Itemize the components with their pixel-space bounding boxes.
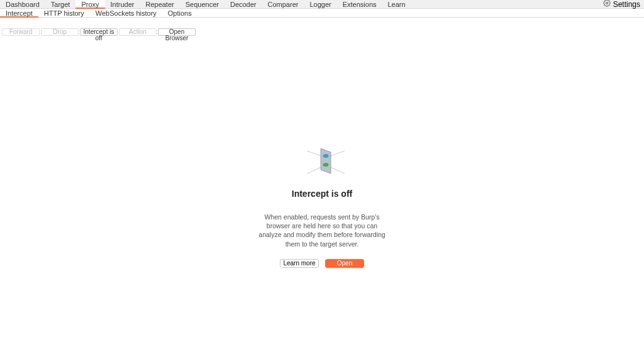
intercept-off-illustration-icon [303,142,341,176]
sub-tab-bar: Intercept HTTP history WebSockets histor… [0,9,644,18]
subtab-ws-history[interactable]: WebSockets history [90,9,162,18]
intercept-toggle-button[interactable]: Intercept is off [80,28,118,36]
open-browser-primary-button[interactable]: Open browser [325,259,364,268]
main-tab-bar: Dashboard Target Proxy Intruder Repeater… [0,0,644,9]
svg-line-4 [331,151,345,156]
drop-button: Drop [41,28,79,36]
subtab-options[interactable]: Options [162,9,197,18]
tab-decoder[interactable]: Decoder [225,0,262,9]
subtab-intercept[interactable]: Intercept [0,9,38,18]
tab-learn[interactable]: Learn [382,0,411,9]
action-button: Action [119,28,157,36]
tab-proxy[interactable]: Proxy [75,0,104,9]
empty-description: When enabled, requests sent by Burp's br… [256,213,388,248]
learn-more-button[interactable]: Learn more [280,259,319,268]
svg-line-2 [307,151,321,156]
tab-logger[interactable]: Logger [304,0,336,9]
settings-label: Settings [613,0,640,9]
tab-sequencer[interactable]: Sequencer [180,0,225,9]
tab-target[interactable]: Target [45,0,76,9]
svg-point-0 [606,3,608,4]
svg-line-3 [331,167,345,174]
tab-dashboard[interactable]: Dashboard [0,0,45,9]
gear-icon [603,0,611,9]
subtab-http-history[interactable]: HTTP history [38,9,90,18]
intercept-toolbar: Forward Drop Intercept is off Action Ope… [0,18,644,36]
forward-button: Forward [2,28,40,36]
settings-button[interactable]: Settings [603,0,644,9]
empty-state: Intercept is off When enabled, requests … [0,142,644,268]
open-browser-button[interactable]: Open Browser [158,28,196,36]
tab-comparer[interactable]: Comparer [262,0,304,9]
empty-actions: Learn more Open browser [280,259,364,268]
tab-repeater[interactable]: Repeater [140,0,179,9]
svg-point-5 [323,154,329,158]
tab-intruder[interactable]: Intruder [105,0,140,9]
tab-extensions[interactable]: Extensions [337,0,382,9]
svg-point-6 [323,163,329,167]
svg-line-1 [307,167,321,174]
empty-title: Intercept is off [292,189,352,199]
